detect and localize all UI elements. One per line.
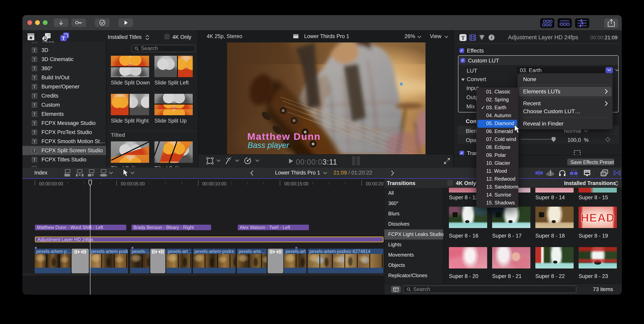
svg-text:Bass player: Bass player	[248, 141, 290, 150]
svg-text:Matthew Dunn: Matthew Dunn	[247, 131, 321, 142]
svg-text:T: T	[62, 35, 65, 41]
